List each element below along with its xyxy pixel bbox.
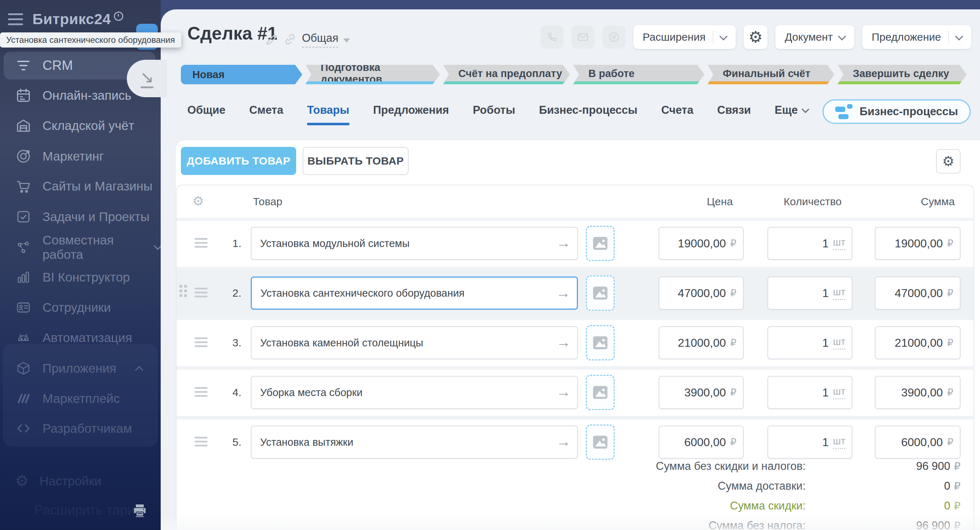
- drag-handle-icon[interactable]: [194, 387, 208, 397]
- product-name-input[interactable]: [251, 238, 577, 249]
- currency-sign: ₽: [730, 238, 737, 249]
- open-product-arrow-icon[interactable]: →: [556, 433, 571, 450]
- warehouse-icon: [15, 117, 32, 134]
- price-field[interactable]: 19000,00₽: [659, 227, 744, 260]
- sum-field[interactable]: 19000,00₽: [875, 227, 961, 260]
- copy-link-icon[interactable]: [282, 32, 298, 47]
- sidebar-item-label: Настройки: [40, 474, 102, 488]
- summary-discount[interactable]: Сумма скидки: 0₽: [177, 496, 961, 516]
- sidebar-item-automation[interactable]: Автоматизация: [0, 323, 161, 353]
- tab-robots[interactable]: Роботы: [473, 104, 515, 125]
- stage-prepayment-invoice[interactable]: Счёт на предоплату: [443, 65, 570, 84]
- product-image-placeholder[interactable]: [586, 375, 615, 410]
- drag-handle-icon[interactable]: [194, 437, 208, 446]
- tab-more[interactable]: Еще: [775, 104, 808, 125]
- add-product-button[interactable]: ДОБАВИТЬ ТОВАР: [181, 147, 296, 175]
- sidebar-item-inventory[interactable]: Складской учёт: [0, 111, 161, 141]
- price-field[interactable]: 47000,00₽: [659, 276, 744, 309]
- diagonal-lines-icon: [15, 390, 32, 407]
- drag-handle-icon[interactable]: [194, 238, 208, 248]
- stage-docs-preparation[interactable]: Подготовка документов: [305, 65, 440, 84]
- price-field[interactable]: 6000,00₽: [659, 425, 744, 459]
- extensions-label: Расширения: [643, 31, 705, 43]
- product-name-input[interactable]: [251, 337, 577, 349]
- unit-label[interactable]: шт: [833, 386, 845, 399]
- sidebar-item-marketing[interactable]: Маркетинг: [0, 141, 161, 171]
- quantity-field[interactable]: 1шт: [767, 326, 853, 359]
- tab-invoices[interactable]: Счета: [661, 104, 693, 125]
- stage-label: Завершить сделку: [853, 68, 949, 79]
- bitrix24-deal-page: Битрикс24 CRM Онлайн-запись Складской уч…: [0, 0, 980, 530]
- tab-relations[interactable]: Связи: [718, 104, 751, 125]
- sidebar-item-sites-stores[interactable]: Сайты и Магазины: [0, 171, 161, 201]
- tab-products[interactable]: Товары: [307, 104, 349, 125]
- open-product-arrow-icon[interactable]: →: [556, 384, 571, 400]
- select-product-button[interactable]: ВЫБРАТЬ ТОВАР: [303, 147, 409, 175]
- price-field[interactable]: 3900,00₽: [659, 376, 744, 409]
- tab-estimate[interactable]: Смета: [249, 104, 283, 125]
- proposal-button[interactable]: Предложение: [862, 25, 971, 49]
- price-field[interactable]: 21000,00₽: [659, 326, 744, 359]
- product-name-field: →: [251, 326, 578, 359]
- sum-field[interactable]: 6000,00₽: [875, 425, 961, 459]
- crm-funnel-icon: [15, 57, 32, 74]
- sidebar-item-developers[interactable]: Разработчикам: [0, 413, 161, 444]
- product-image-placeholder[interactable]: [586, 275, 615, 311]
- sidebar-item-marketplace[interactable]: Маркетплейс: [0, 384, 161, 414]
- settings-button[interactable]: ⚙: [744, 25, 767, 49]
- tab-general[interactable]: Общие: [187, 104, 226, 125]
- edit-title-icon[interactable]: [264, 32, 280, 47]
- sidebar-item-employees[interactable]: Сотрудники: [0, 292, 161, 323]
- product-image-placeholder[interactable]: [586, 226, 615, 261]
- drag-handle-icon[interactable]: [194, 288, 208, 297]
- phone-button[interactable]: [541, 25, 563, 49]
- upgrade-plan-link[interactable]: Расширить тариф: [34, 503, 146, 518]
- drag-handle-icon[interactable]: [194, 337, 208, 347]
- open-product-arrow-icon[interactable]: →: [556, 235, 571, 251]
- stage-new[interactable]: Новая: [181, 65, 302, 84]
- product-name-input[interactable]: [252, 287, 577, 299]
- code-icon: [15, 420, 32, 437]
- sum-field[interactable]: 21000,00₽: [875, 326, 961, 359]
- business-processes-button[interactable]: Бизнес-процессы: [822, 99, 970, 124]
- sidebar-item-collaboration[interactable]: Совместная работа: [0, 232, 161, 262]
- tab-proposals[interactable]: Предложения: [373, 104, 449, 125]
- quantity-field[interactable]: 1шт: [767, 227, 853, 260]
- product-name-input[interactable]: [251, 387, 577, 398]
- drag-dots-icon[interactable]: [180, 285, 187, 297]
- stage-final-invoice[interactable]: Финальный счёт: [708, 65, 834, 84]
- extensions-button[interactable]: Расширения: [633, 25, 736, 49]
- mail-icon: [577, 31, 589, 43]
- sum-field[interactable]: 47000,00₽: [875, 276, 961, 309]
- columns-settings-icon[interactable]: ⚙: [192, 195, 204, 208]
- product-image-placeholder[interactable]: [586, 325, 615, 360]
- chat-exchange-button[interactable]: [602, 25, 625, 49]
- tab-business-processes[interactable]: Бизнес-процессы: [539, 104, 637, 125]
- product-name-field: →: [251, 376, 578, 409]
- open-product-arrow-icon[interactable]: →: [556, 334, 571, 350]
- quantity-field[interactable]: 1шт: [767, 276, 853, 309]
- document-button[interactable]: Документ: [775, 25, 854, 49]
- table-settings-button[interactable]: ⚙: [936, 149, 961, 173]
- printer-icon[interactable]: [131, 502, 148, 519]
- unit-label[interactable]: шт: [833, 287, 845, 300]
- quantity-field[interactable]: 1шт: [767, 376, 853, 409]
- column-price: Цена: [659, 195, 733, 208]
- sidebar-item-tasks-projects[interactable]: Задачи и Проекты: [0, 202, 161, 232]
- quantity-field[interactable]: 1шт: [767, 425, 853, 459]
- mail-button[interactable]: [571, 25, 595, 49]
- stage-close-deal[interactable]: Завершить сделку: [838, 65, 967, 84]
- open-product-arrow-icon[interactable]: →: [556, 285, 570, 301]
- unit-label[interactable]: шт: [833, 436, 845, 449]
- pipeline-selector[interactable]: Общая: [302, 32, 350, 48]
- unit-label[interactable]: шт: [833, 336, 845, 350]
- stage-in-progress[interactable]: В работе: [573, 65, 705, 84]
- unit-label[interactable]: шт: [833, 237, 845, 250]
- collapse-sidebar-button[interactable]: ↘: [127, 60, 167, 97]
- sum-field[interactable]: 3900,00₽: [875, 376, 961, 409]
- sidebar-item-settings[interactable]: ⚙ Настройки: [0, 466, 161, 496]
- sidebar-item-apps[interactable]: Приложения: [0, 353, 161, 384]
- sidebar-item-bi-builder[interactable]: BI Конструктор: [0, 262, 161, 292]
- product-image-placeholder[interactable]: [586, 425, 615, 460]
- product-name-input[interactable]: [251, 436, 577, 448]
